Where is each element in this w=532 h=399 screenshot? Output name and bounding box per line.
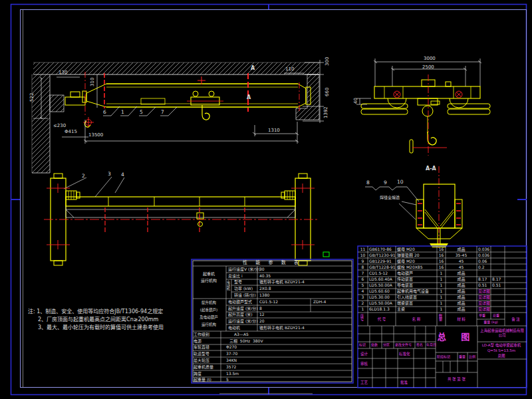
part-mat: 成品 xyxy=(446,301,477,306)
standardize-label: 标准化 xyxy=(399,352,410,356)
end-view xyxy=(356,59,490,156)
perf-cell: 锥形转子电机 BZDY21-4 xyxy=(259,326,305,331)
dim-1310: 1310 xyxy=(268,128,280,134)
perf-cell: 运行速度V (米/分) xyxy=(228,267,261,272)
parts-header-material: 材 料 xyxy=(446,317,477,321)
callout-1: 1 xyxy=(121,110,124,115)
dim-522: 522 xyxy=(30,93,35,102)
dim-limit: ≤230 xyxy=(53,124,66,129)
callout-10: 10 xyxy=(397,180,404,185)
section-title: A-A xyxy=(426,166,436,172)
section-view xyxy=(365,166,462,249)
part-seq: 10 xyxy=(358,253,368,258)
rev-label-date: 年月日 xyxy=(426,343,436,347)
part-mat: 成品 xyxy=(446,289,477,294)
perf-cell: A3—A5 xyxy=(234,332,249,337)
perf-cell: 1380 xyxy=(259,293,269,298)
note-line-3: 3、最大、最小轮压为有载时的算值可供土建参考使用 xyxy=(38,325,164,331)
perf-cell: ZDH-4 xyxy=(313,300,326,305)
part-seq: 6 xyxy=(358,277,368,282)
perf-cell: 工作级别 xyxy=(194,332,209,337)
part-unit-weight: 0.51 xyxy=(478,283,487,288)
perf-cell: 型号 xyxy=(234,280,242,285)
perf-cell: 30 xyxy=(259,267,265,272)
part-unit-weight: 见详图 xyxy=(478,301,490,306)
part-code: LD5.60.60 xyxy=(369,289,390,294)
part-code: GB/T1228-91 xyxy=(369,265,396,270)
part-qty: 1 xyxy=(437,271,446,276)
rev-label-mark: 标记 xyxy=(359,343,366,347)
part-unit-weight: 0.036 xyxy=(478,253,489,258)
perf-g2-label-3: 及电动葫芦 xyxy=(192,315,226,319)
perf-cell: 3572 xyxy=(226,365,236,370)
perf-cell: 最大轮压 xyxy=(194,358,209,363)
perf-cell: 锥形转子电机 BZDY21-4 xyxy=(259,280,305,285)
callout-8: 8 xyxy=(366,180,370,186)
craft-label: 工艺 xyxy=(360,380,368,384)
part-name: 导电装置 xyxy=(397,283,413,288)
perf-cell: 轨道型号 xyxy=(194,352,209,356)
dim-110: 110 xyxy=(285,67,294,72)
part-mat: 45 xyxy=(446,265,477,270)
parts-header-remark: 备 注 xyxy=(505,317,527,321)
stage-label: 阶段标记 xyxy=(437,355,450,359)
part-name: 起重机用电气设备 xyxy=(397,289,429,294)
company-name: 上海起重运输机械制造有限公司 xyxy=(479,329,525,338)
dim-300: 300 xyxy=(325,57,331,66)
part-mat: 成品 xyxy=(446,271,477,276)
perf-cell: 跨度 xyxy=(194,372,201,376)
part-total-weight: 0.51 xyxy=(492,283,501,288)
part-name: 主梁 xyxy=(397,307,405,312)
perf-cell: 8 xyxy=(259,307,262,311)
cad-canvas: 522 130 310 A A 110 300 660 1392 1310 13… xyxy=(0,0,532,399)
perf-cell: Φ270 xyxy=(226,345,237,350)
product-spec: Q=5t S=13.5m xyxy=(477,348,525,352)
part-unit-weight: 0.06 xyxy=(478,259,487,264)
perf-cell: 功率 (kW) xyxy=(234,287,253,291)
scale-label: 比例 xyxy=(469,355,475,359)
perf-g1-label-2: 运行机构 xyxy=(192,279,226,283)
part-mat: 成品 xyxy=(446,277,477,282)
approve-label: 批准 xyxy=(400,380,408,384)
design-label: 设计 xyxy=(360,352,368,356)
part-name: 传动装置 xyxy=(397,277,413,282)
parts-header-name: 名 称 xyxy=(396,317,437,321)
part-qty: 16 xyxy=(437,253,446,258)
parts-header-total: 总重 xyxy=(493,314,499,318)
note-line-1: 注: 1、制造、安全、使用等均应符合JB/T1306-94之规定 xyxy=(28,309,163,315)
rev-label-sign: 签名 xyxy=(416,343,423,347)
perf-g2-label-2: (起重葫芦) xyxy=(192,308,226,312)
callout-6: 6 xyxy=(103,110,106,115)
part-name: 弹簧垫圈 20 xyxy=(397,253,420,258)
part-qty: 16 xyxy=(437,247,446,252)
perf-cell: 5 xyxy=(226,378,229,382)
perf-cell: 三相 50Hz 380V xyxy=(229,339,263,344)
part-unit-weight: 见详图 xyxy=(478,295,490,300)
part-qty: 16 xyxy=(437,259,446,264)
dim-1392: 1392 xyxy=(324,106,329,118)
part-qty: 1 xyxy=(437,307,446,312)
dim-hook-dia: Φ415 xyxy=(65,130,77,135)
part-seq: 5 xyxy=(358,283,368,288)
perf-cell: 20 xyxy=(259,319,265,324)
part-mat: 成品 xyxy=(446,283,477,288)
dim-13500: 13500 xyxy=(88,133,103,138)
part-name: 引入线装置 xyxy=(397,295,417,300)
perf-cell: 起重机质量 xyxy=(194,365,213,370)
part-seq: 11 xyxy=(358,247,368,252)
dim-40: 40 xyxy=(354,98,359,104)
part-qty: 1 xyxy=(437,283,446,288)
section-mark-bottom: A xyxy=(247,95,251,101)
perf-cell: 车轮直径 xyxy=(194,345,209,350)
part-seq: 8 xyxy=(358,265,368,270)
part-code: 6LD18.1.3 xyxy=(369,307,390,312)
part-seq: 4 xyxy=(358,289,368,294)
callout-7: 7 xyxy=(161,110,164,115)
perf-cell: 电源 xyxy=(194,339,201,344)
callout-3: 3 xyxy=(108,172,111,177)
part-qty: 1 xyxy=(437,289,446,294)
weight-label: 重量 xyxy=(459,355,466,359)
perf-cell: CD1.5-12 xyxy=(259,300,278,305)
part-qty: 1 xyxy=(437,295,446,300)
perf-cell: 电动机 xyxy=(228,326,240,331)
